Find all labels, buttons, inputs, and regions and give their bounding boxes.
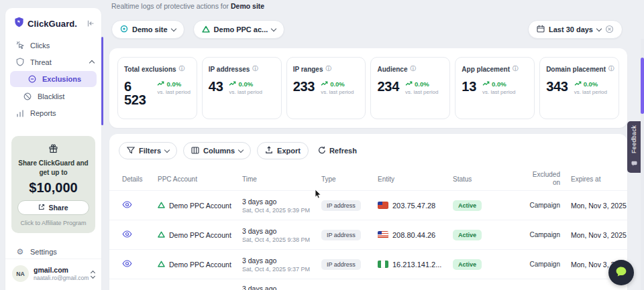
stat-label: IP addresses	[209, 66, 250, 73]
page-subtitle-site: Demo site	[231, 2, 264, 10]
nav-label-threat: Threat	[30, 58, 52, 66]
promo-line1: Share ClickGuard and	[17, 159, 89, 168]
chevron-down-icon	[271, 25, 276, 31]
stat-change: 0.0%	[492, 80, 506, 88]
entity-value: 16.213.141.2...	[392, 261, 441, 269]
ppc-account-name: Demo PPC Account	[169, 231, 231, 239]
sidebar-item-clicks[interactable]: Clicks	[5, 37, 101, 54]
stat-card-audience: Audienceⓘ 234 0.0% vs. last period	[370, 57, 450, 119]
filters-button[interactable]: Filters	[119, 142, 177, 159]
stat-change: 0.0%	[584, 80, 598, 88]
expires-at-value: Mon, Nov 3, 2025	[560, 202, 627, 210]
time-relative: 3 days ago	[242, 285, 315, 290]
stats-panel: Total exclusionsⓘ 6 523 0.0% vs. last pe…	[109, 48, 627, 128]
ppc-account-name: Demo PPC Account	[169, 261, 231, 269]
time-relative: 3 days ago	[242, 227, 315, 235]
chevron-down-icon	[164, 147, 170, 152]
clear-date-icon[interactable]	[605, 25, 614, 35]
affiliate-link[interactable]: Click to Affiliate Program	[17, 220, 89, 226]
sidebar-item-settings[interactable]: ⚙ Settings	[5, 243, 101, 260]
shield-icon	[15, 58, 25, 66]
col-header-excluded-on: Excluded on	[527, 171, 560, 188]
col-header-ppc-account: PPC Account	[152, 175, 235, 183]
account-filter[interactable]: Demo PPC ac...	[193, 20, 285, 39]
table-row-partial[interactable]: 3 days ago	[109, 279, 627, 290]
info-icon[interactable]: ⓘ	[513, 65, 519, 73]
date-range-filter[interactable]: Last 30 days	[528, 20, 623, 39]
share-button-label: Share	[48, 204, 68, 212]
sidebar-scrollbar-thumb[interactable]	[101, 37, 103, 125]
stat-card-app-placement: App placementⓘ 13 0.0% vs. last period	[455, 57, 535, 119]
logo-row: ClickGuard.	[5, 8, 101, 37]
trend-up-icon	[482, 80, 490, 88]
info-icon[interactable]: ⓘ	[326, 65, 332, 73]
stat-compare: vs. last period	[157, 89, 190, 95]
entity-value: 203.75.47.28	[392, 202, 435, 210]
view-details-icon[interactable]	[122, 230, 132, 239]
feedback-tab[interactable]: Feedback	[627, 121, 641, 173]
info-icon[interactable]: ⓘ	[252, 65, 258, 73]
sidebar-item-exclusions[interactable]: Exclusions	[10, 71, 97, 87]
col-header-type: Type	[315, 175, 372, 183]
status-badge: Active	[453, 259, 482, 270]
refresh-button[interactable]: Refresh	[318, 146, 357, 155]
page-subtitle-text: Realtime logs of protective actions for	[111, 2, 229, 10]
nav-label-blacklist: Blacklist	[38, 92, 64, 100]
table-row[interactable]: Demo PPC Account 3 days agoSat, Oct 4, 2…	[109, 190, 627, 220]
stat-value: 234	[377, 80, 398, 93]
type-badge: IP address	[321, 200, 361, 211]
google-ads-icon	[158, 202, 165, 210]
user-menu[interactable]: NA gmail.com naatali.ro@gmail.com	[5, 259, 101, 290]
country-flag-icon	[378, 202, 388, 209]
page-scrollbar-thumb[interactable]	[641, 58, 644, 114]
col-header-entity: Entity	[372, 175, 446, 183]
sidebar-item-reports[interactable]: Reports	[5, 104, 101, 121]
google-ads-icon	[158, 261, 165, 269]
promo-line2: get up to	[17, 168, 89, 177]
stat-value: 13	[462, 80, 476, 93]
sidebar-collapse-icon[interactable]	[87, 19, 95, 27]
stat-compare: vs. last period	[574, 89, 607, 95]
stat-card-ip-ranges: IP rangesⓘ 233 0.0% vs. last period	[286, 57, 366, 119]
sidebar-item-threat[interactable]: Threat	[5, 54, 101, 70]
stat-compare: vs. last period	[405, 89, 438, 95]
trend-up-icon	[157, 80, 164, 88]
chevron-up-icon	[89, 60, 95, 66]
entity-value: 208.80.44.26	[392, 231, 435, 239]
export-button[interactable]: Export	[257, 142, 309, 159]
user-name: gmail.com	[34, 266, 87, 275]
stat-card-ip-addresses: IP addressesⓘ 43 0.0% vs. last period	[202, 57, 282, 119]
excluded-on-value: Campaign	[529, 231, 560, 238]
app-window: ClickGuard. Clicks Threat	[0, 0, 644, 290]
table-row[interactable]: Demo PPC Account 3 days agoSat, Oct 4, 2…	[109, 220, 627, 249]
view-details-icon[interactable]	[122, 201, 132, 210]
gift-icon	[17, 143, 89, 156]
sidebar-item-blacklist[interactable]: Blacklist	[5, 88, 101, 104]
stat-compare: vs. last period	[482, 89, 515, 95]
info-icon[interactable]: ⓘ	[608, 65, 614, 73]
nav-label-exclusions: Exclusions	[42, 75, 81, 83]
account-filter-label: Demo PPC ac...	[214, 25, 268, 33]
nav-label-settings: Settings	[30, 248, 57, 256]
chat-bubble-icon	[614, 265, 628, 281]
chevron-down-icon	[170, 25, 176, 31]
stat-change: 0.0%	[415, 80, 429, 88]
trend-up-icon	[229, 80, 236, 88]
type-badge: IP address	[321, 230, 361, 240]
info-icon[interactable]: ⓘ	[179, 65, 185, 73]
filters-button-label: Filters	[139, 147, 161, 155]
promo-amount: $10,000	[17, 180, 89, 196]
chat-widget-button[interactable]	[608, 260, 634, 285]
export-icon	[265, 146, 273, 155]
refresh-button-label: Refresh	[329, 147, 357, 155]
stat-label: Total exclusions	[124, 66, 176, 73]
stat-label: App placement	[462, 66, 510, 73]
view-details-icon[interactable]	[122, 260, 132, 269]
sidebar-nav: Clicks Threat Exclusions Blacklist	[5, 37, 101, 121]
feedback-chat-icon	[631, 157, 637, 169]
share-button[interactable]: Share	[17, 200, 89, 215]
site-filter[interactable]: Demo site	[111, 20, 184, 39]
info-icon[interactable]: ⓘ	[411, 65, 417, 73]
table-row[interactable]: Demo PPC Account 3 days agoSat, Oct 4, 2…	[109, 249, 627, 279]
columns-button[interactable]: Columns	[183, 142, 251, 159]
